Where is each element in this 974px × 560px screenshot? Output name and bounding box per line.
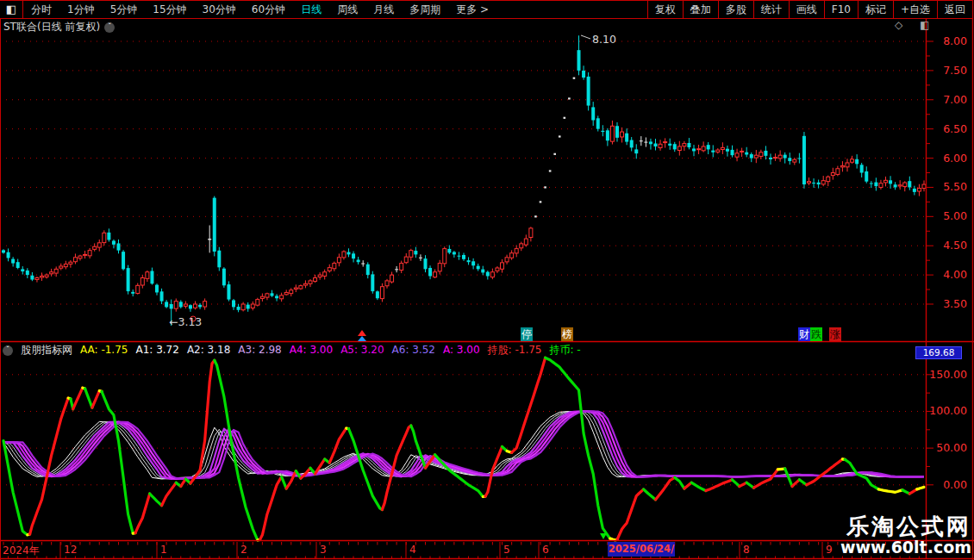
candle-body-up <box>256 300 259 306</box>
toolbar-button[interactable]: 标记 <box>858 1 893 18</box>
event-marker-badge[interactable]: 榜 <box>561 327 573 341</box>
candle-body-up <box>740 151 744 152</box>
candle-body-up <box>851 159 854 162</box>
candle-body-up <box>333 264 336 269</box>
candle-body-up <box>501 263 504 269</box>
candle-body-down <box>630 140 634 148</box>
candle-body-up <box>496 268 499 271</box>
candle-body-down <box>668 144 671 146</box>
price-axis-label: 6.50 <box>943 122 967 135</box>
candle-body-down <box>117 243 121 250</box>
candle-body-flat <box>640 140 643 141</box>
candle-body-up <box>879 184 883 188</box>
candle-body-up <box>294 288 297 289</box>
candle-body-up <box>409 251 413 258</box>
indicator-field: A2: 3.18 <box>187 344 230 356</box>
event-marker-badge[interactable]: 涨 <box>829 327 841 341</box>
candle-body-up <box>88 251 91 256</box>
toolbar-button[interactable]: 多股 <box>718 1 753 18</box>
event-marker-badge[interactable]: 跌 <box>810 327 822 341</box>
period-tab[interactable]: 周线 <box>329 1 365 18</box>
chart-canvas[interactable]: 8.007.507.006.506.005.505.004.504.003.50… <box>0 0 974 560</box>
candle-body-up <box>284 292 288 294</box>
candle-body-up <box>35 278 39 280</box>
event-marker-badge[interactable]: 停 <box>521 327 533 341</box>
signal-line-segment <box>485 446 503 496</box>
period-tab[interactable]: 更多 > <box>448 1 496 18</box>
limit-up-dot <box>564 117 566 119</box>
toolbar-button[interactable]: F10 <box>824 1 858 18</box>
signal-line-segment <box>878 489 902 492</box>
period-tab[interactable]: 多周期 <box>402 1 448 18</box>
candle-body-up <box>621 132 624 137</box>
high-price-annotation: 8.10 <box>592 33 616 46</box>
pane-corner-icons[interactable]: ◇ ◧ <box>895 19 936 31</box>
candle-body-down <box>764 151 767 156</box>
indicator-field: A5: 3.20 <box>340 344 384 356</box>
candle-body-up <box>735 153 739 157</box>
chevron-down-icon[interactable]: ˇ <box>3 345 13 356</box>
toolbar-button[interactable]: 返回 <box>937 1 972 18</box>
candle-body-up <box>54 269 58 273</box>
candle-body-down <box>352 253 355 258</box>
candle-body-up <box>443 249 446 264</box>
candle-body-up <box>505 258 509 262</box>
candle-body-up <box>59 266 63 268</box>
candle-body-up <box>146 272 149 279</box>
axis-month-label: 4 <box>409 544 416 556</box>
candle-body-up <box>314 278 317 282</box>
indicator-field: A6: 3.52 <box>392 344 435 356</box>
period-tab[interactable]: 30分钟 <box>195 1 244 18</box>
candle-body-up <box>664 142 667 143</box>
candle-body-up <box>203 302 207 307</box>
limit-up-dot <box>549 170 552 171</box>
toolbar-button[interactable]: 统计 <box>753 1 789 18</box>
candle-body-down <box>107 233 110 240</box>
candle-body-down <box>127 268 130 291</box>
candle-body-down <box>711 151 715 152</box>
high-pointer-line <box>581 35 590 39</box>
candle-body-up <box>515 249 518 253</box>
candle-body-up <box>290 290 293 294</box>
candle-body-up <box>529 228 533 238</box>
period-tab[interactable]: 分时 <box>23 1 59 18</box>
toolbar-button[interactable]: 复权 <box>647 1 683 18</box>
candle-body-down <box>155 285 159 293</box>
candle-body-down <box>745 152 748 155</box>
indicator-name[interactable]: 股朋指标网 <box>21 343 72 358</box>
period-tab[interactable]: 5分钟 <box>103 1 146 18</box>
candle-body-up <box>184 304 187 306</box>
candle-body-down <box>366 264 370 275</box>
candle-body-up <box>41 276 44 277</box>
price-axis-label: 4.00 <box>943 268 967 281</box>
candle-body-down <box>414 251 417 254</box>
candle-body-down <box>486 272 490 277</box>
signal-line-segment <box>150 494 162 506</box>
panel-toggle-icon[interactable]: ◧ <box>0 1 23 18</box>
candle-body-down <box>654 144 658 146</box>
candle-body-down <box>213 198 216 252</box>
candle-body-down <box>673 144 677 149</box>
indicator-axis-label: 150.00 <box>929 368 967 381</box>
candle-body-down <box>601 131 604 132</box>
event-marker-badge[interactable]: 财 <box>798 327 810 341</box>
candle-body-up <box>702 146 705 151</box>
chevron-down-icon[interactable]: ˇ <box>104 22 115 33</box>
toolbar-button[interactable]: 叠加 <box>683 1 718 18</box>
signal-line-segment <box>656 477 675 500</box>
period-tab[interactable]: 1分钟 <box>59 1 103 18</box>
signal-line-segment <box>644 489 656 500</box>
period-tab[interactable]: 15分钟 <box>145 1 194 18</box>
candle-body-up <box>97 243 101 247</box>
period-tab[interactable]: 60分钟 <box>244 1 293 18</box>
candle-body-down <box>160 291 164 301</box>
period-tab[interactable]: 日线 <box>293 1 329 18</box>
candle-body-down <box>122 252 125 269</box>
toolbar-button[interactable]: +自选 <box>893 1 937 18</box>
candle-body-down <box>797 159 801 159</box>
period-tab[interactable]: 月线 <box>365 1 402 18</box>
candle-body-down <box>457 256 460 257</box>
candle-body-up <box>840 165 844 167</box>
trading-terminal-window: 8.007.507.006.506.005.505.004.504.003.50… <box>0 0 974 560</box>
toolbar-button[interactable]: 画线 <box>789 1 824 18</box>
